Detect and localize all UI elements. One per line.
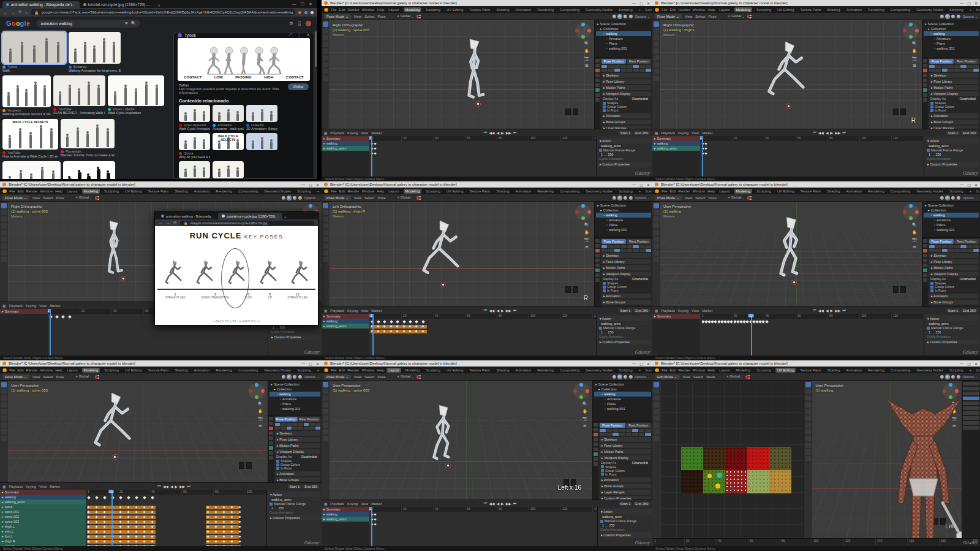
view-options-dropdown[interactable]: Options ⌄ [962, 375, 978, 379]
shading-sphere-icon[interactable] [618, 196, 622, 200]
tweak-tool[interactable] [323, 21, 328, 27]
transport-jump-start[interactable]: ⏮ [813, 131, 816, 135]
workspace-tab-texture-paint[interactable]: Texture Paint [467, 368, 492, 373]
transform-tool[interactable] [1, 422, 7, 428]
outliner-item-armature[interactable]: ◦Armature [924, 218, 979, 222]
layer-cell[interactable] [275, 427, 280, 430]
keyframe-dot[interactable] [390, 320, 393, 324]
minimize-button[interactable]: — [632, 183, 636, 187]
layer-cell[interactable] [619, 433, 625, 436]
workspace-tab--[interactable]: + [968, 7, 973, 12]
menu-help[interactable]: Help [377, 8, 384, 12]
minimize-button[interactable]: — [960, 362, 963, 366]
layer-cell[interactable] [627, 69, 632, 72]
outliner-item-plane[interactable]: ◦Plane [594, 401, 651, 406]
outliner-item-collection[interactable]: ▸Collection [596, 208, 651, 213]
outliner-item-scene-collection[interactable]: ▸Scene Collection [596, 21, 651, 26]
menu-file[interactable]: File [331, 368, 336, 372]
shading-sphere-icon[interactable] [946, 375, 949, 379]
properties-tab-icon[interactable] [595, 74, 600, 77]
properties-tab-icon[interactable] [269, 436, 273, 440]
menu-file[interactable]: File [9, 368, 15, 372]
move-tool[interactable] [654, 42, 659, 47]
workspace-tab-geometry-nodes[interactable]: Geometry Nodes [914, 189, 945, 194]
start-frame-field[interactable]: Start 1 [288, 485, 301, 488]
section-viewport-display[interactable]: ▸ Viewport Display [601, 91, 651, 96]
section-pose-library[interactable]: ▸ Pose Library [601, 79, 651, 84]
move-tool[interactable] [1, 402, 7, 408]
outliner-item-plane[interactable]: ◦Plane [596, 41, 651, 46]
tweak-tool[interactable] [654, 21, 659, 27]
keyframe-dot[interactable] [374, 523, 376, 525]
scrollbar[interactable] [314, 30, 317, 179]
blender-menu-icon[interactable]: 🟠 [655, 8, 659, 12]
editor-type-icon[interactable]: ▦ [324, 131, 327, 135]
rotate-tool[interactable] [323, 409, 328, 414]
properties-tab-icon[interactable] [269, 431, 273, 435]
layer-cell[interactable] [646, 69, 651, 72]
side-panel-icon[interactable] [963, 411, 979, 415]
image-result-card[interactable] [246, 133, 277, 159]
properties-tab-icon[interactable] [923, 273, 927, 277]
viewport-3d[interactable]: Right Orthographic(1) walking : spine.00… [330, 20, 594, 129]
pose-position-button[interactable]: Pose Position [275, 417, 298, 422]
layer-cell[interactable] [929, 69, 935, 72]
select-box-tool[interactable] [654, 210, 659, 215]
channel-spine-003[interactable]: ▸spine.003 [0, 519, 86, 524]
menu-render[interactable]: Render [679, 189, 690, 193]
texture-tile[interactable] [703, 447, 725, 470]
layer-cell[interactable] [315, 423, 320, 426]
layer-cell[interactable] [601, 69, 607, 72]
checkbox-in-front[interactable]: In Front [929, 108, 979, 112]
character-model[interactable] [96, 219, 135, 279]
channel-summary[interactable]: ▸Summary [322, 314, 369, 319]
menu-help[interactable]: Help [377, 368, 384, 372]
layer-cell[interactable] [639, 249, 645, 252]
layer-cell[interactable] [954, 65, 960, 68]
outliner-item-collection[interactable]: ▸Collection [596, 26, 651, 31]
outliner-item-walking[interactable]: ◦walking [594, 392, 651, 397]
zoom-icon[interactable]: 🔍 [584, 222, 589, 227]
menu-playback[interactable]: Playback [661, 309, 675, 313]
properties-tab-icon[interactable] [595, 69, 600, 72]
menu-window[interactable]: Window [362, 189, 375, 193]
editor-type-icon[interactable]: ▦ [655, 131, 658, 135]
header-menu-select[interactable]: Select [364, 375, 374, 379]
properties-tab-icon[interactable] [594, 438, 598, 441]
view-options-dropdown[interactable]: Options ⌄ [962, 15, 978, 18]
workspace-tab-modeling[interactable]: Modeling [82, 189, 100, 194]
custom-properties-section[interactable]: ▸ Custom Properties [598, 340, 651, 344]
pose-position-button[interactable]: Pose Position [929, 239, 954, 244]
channel-walking-anim[interactable]: ▸walking_anim [0, 500, 86, 504]
section-animation[interactable]: ▸ Animation [601, 113, 651, 118]
keyframe-dot[interactable] [119, 545, 121, 546]
checkbox-in-front[interactable]: In Front [275, 466, 320, 470]
texture-atlas[interactable] [681, 447, 791, 493]
rest-position-button[interactable]: Rest Position [627, 239, 651, 244]
zoom-icon[interactable]: 🔍 [582, 401, 587, 406]
layer-cell[interactable] [942, 245, 948, 248]
menu-keying[interactable]: Keying [347, 502, 358, 506]
properties-tab-icon[interactable] [595, 93, 600, 97]
workspace-tab-animation[interactable]: Animation [513, 368, 533, 373]
layer-cell[interactable] [633, 245, 638, 248]
workspace-tab-scripting[interactable]: Scripting [948, 7, 965, 12]
result-thumbnail[interactable] [108, 75, 164, 106]
image-result-card[interactable]: YouTubeALAN BECKER - Animating Walk Cycl… [53, 75, 105, 116]
playhead[interactable]: 32 [751, 314, 752, 355]
layer-cell[interactable] [632, 429, 638, 432]
keyframe-dot[interactable] [238, 545, 241, 546]
outliner-item-walking[interactable]: ◦walking [596, 31, 651, 36]
transform-orientation-dropdown[interactable]: ⌖ Global ⌄ [726, 374, 742, 379]
blender-menu-icon[interactable]: 🟠 [324, 189, 328, 193]
keyframe-dot[interactable] [55, 315, 59, 319]
outliner-item-armature[interactable]: ◦Armature [924, 36, 979, 41]
shading-sphere-icon[interactable] [940, 15, 944, 18]
workspace-tab-modeling[interactable]: Modeling [404, 368, 422, 373]
transport-jump-start[interactable]: ⏮ [813, 308, 816, 313]
transform-tool[interactable] [323, 243, 328, 249]
properties-tab-icon[interactable] [594, 443, 598, 446]
outliner-item-collection[interactable]: ▸Collection [594, 387, 651, 392]
menu-view[interactable]: View [692, 309, 699, 313]
rotate-tool[interactable] [654, 409, 659, 414]
